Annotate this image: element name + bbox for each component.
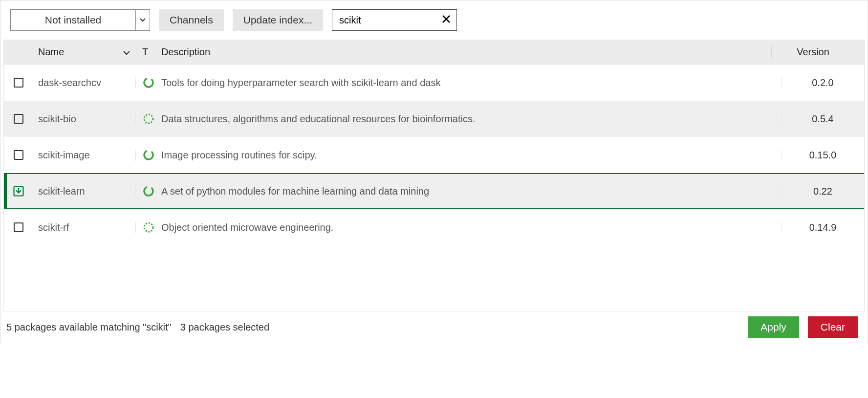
- chevron-down-icon[interactable]: [136, 10, 150, 30]
- toolbar: Not installed Channels Update index...: [0, 0, 868, 40]
- table-body[interactable]: dask-searchcvTools for doing hyperparame…: [4, 65, 864, 311]
- row-checkbox[interactable]: [4, 150, 33, 160]
- table-row[interactable]: scikit-learnA set of python modules for …: [4, 173, 864, 209]
- row-checkbox[interactable]: [4, 222, 33, 232]
- header-name[interactable]: Name: [33, 46, 136, 58]
- svg-point-1: [144, 114, 153, 123]
- package-name: scikit-image: [33, 150, 136, 161]
- package-table: Name T Description Version dask-searchcv…: [3, 40, 865, 311]
- package-description: Image processing routines for scipy.: [161, 150, 781, 161]
- package-version: 0.15.0: [781, 150, 864, 161]
- svg-point-5: [144, 223, 153, 232]
- clear-search-icon[interactable]: [442, 14, 451, 26]
- package-description: Tools for doing hyperparameter search wi…: [161, 77, 781, 88]
- table-row[interactable]: scikit-imageImage processing routines fo…: [4, 137, 864, 173]
- status-spinner-icon: [136, 149, 161, 161]
- package-name: scikit-bio: [33, 113, 136, 125]
- header-description[interactable]: Description: [161, 46, 771, 58]
- apply-button[interactable]: Apply: [748, 316, 799, 338]
- svg-point-4: [143, 185, 154, 197]
- sort-chevron-down-icon[interactable]: [123, 46, 130, 58]
- header-version[interactable]: Version: [771, 46, 854, 58]
- table-row[interactable]: scikit-bioData structures, algorithms an…: [4, 101, 864, 137]
- package-description: Object oriented microwave engineering.: [161, 222, 781, 233]
- search-box: [332, 9, 457, 31]
- search-input[interactable]: [339, 15, 403, 26]
- status-spinner-icon: [136, 77, 161, 88]
- row-checkbox[interactable]: [4, 114, 33, 124]
- filter-dropdown[interactable]: Not installed: [10, 9, 150, 31]
- package-name: scikit-rf: [33, 222, 136, 233]
- status-available: 5 packages available matching "scikit": [6, 322, 172, 333]
- package-version: 0.22: [781, 186, 864, 197]
- footer: 5 packages available matching "scikit" 3…: [0, 311, 868, 344]
- status-selected: 3 packages selected: [180, 322, 269, 333]
- svg-point-0: [143, 77, 154, 88]
- svg-point-2: [143, 149, 154, 161]
- package-manager-panel: Not installed Channels Update index... N…: [0, 0, 868, 344]
- package-description: Data structures, algorithms and educatio…: [161, 113, 781, 125]
- package-version: 0.14.9: [781, 222, 864, 233]
- package-version: 0.2.0: [781, 77, 864, 88]
- download-marked-icon[interactable]: [4, 186, 33, 197]
- row-checkbox[interactable]: [4, 78, 33, 88]
- table-header: Name T Description Version: [4, 40, 864, 65]
- status-spinner-icon: [136, 113, 161, 125]
- status-spinner-icon: [136, 185, 161, 197]
- table-row[interactable]: scikit-rfObject oriented microwave engin…: [4, 209, 864, 245]
- update-index-button[interactable]: Update index...: [233, 9, 323, 31]
- filter-dropdown-label[interactable]: Not installed: [11, 10, 136, 30]
- header-name-label: Name: [38, 46, 64, 58]
- header-type[interactable]: T: [136, 46, 161, 58]
- clear-button[interactable]: Clear: [808, 316, 858, 338]
- table-row[interactable]: dask-searchcvTools for doing hyperparame…: [4, 65, 864, 101]
- package-version: 0.5.4: [781, 113, 864, 125]
- channels-button[interactable]: Channels: [159, 9, 224, 31]
- package-description: A set of python modules for machine lear…: [161, 186, 781, 197]
- package-name: scikit-learn: [33, 186, 136, 197]
- package-name: dask-searchcv: [33, 77, 136, 88]
- status-spinner-icon: [136, 221, 161, 233]
